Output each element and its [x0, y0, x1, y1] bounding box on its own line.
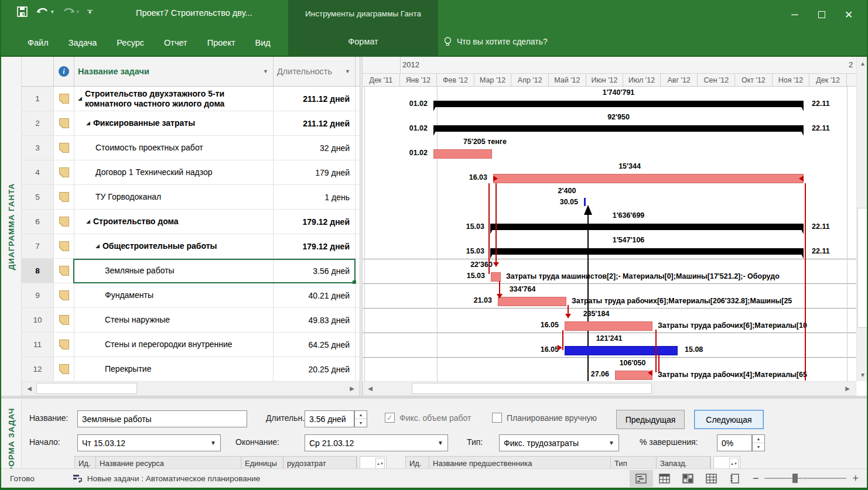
row-info-cell[interactable] — [54, 210, 74, 234]
month-cell[interactable]: Мар '12 — [474, 74, 512, 86]
month-cell[interactable]: Фев '12 — [437, 74, 474, 86]
redo-dropdown-icon[interactable]: ▾ — [77, 9, 80, 15]
task-name-cell[interactable]: Земляные работы — [74, 259, 274, 283]
view-resource-sheet-button[interactable] — [700, 470, 723, 487]
zoom-out-icon[interactable]: − — [753, 472, 759, 485]
next-button[interactable]: Следующая — [694, 410, 764, 429]
row-number[interactable]: 6 — [22, 210, 54, 234]
table-row[interactable]: 11Стены и перегородки внутренние64.25 дн… — [22, 333, 360, 357]
task-name-input[interactable] — [77, 410, 247, 427]
row-info-cell[interactable] — [54, 333, 74, 357]
task-duration-cell[interactable]: 20.25 дней — [274, 357, 356, 381]
task-name-cell[interactable]: Стоимость проектных работ — [74, 136, 274, 160]
task-name-cell[interactable]: ТУ Горводоканал — [74, 185, 274, 209]
row-info-cell[interactable] — [54, 136, 74, 160]
redo-button[interactable]: ▾ — [62, 6, 80, 18]
row-number[interactable]: 4 — [22, 160, 54, 184]
row-number[interactable]: 2 — [22, 111, 54, 135]
expand-icon[interactable]: ◢ — [78, 94, 82, 104]
chart-vscrollbar[interactable]: ▲ ▼ — [856, 57, 868, 381]
task-duration-cell[interactable]: 179.12 дней — [274, 210, 356, 234]
grid-column-header[interactable]: Ид. — [75, 457, 96, 468]
task-name-cell[interactable]: Перекрытие — [74, 357, 274, 381]
table-hscroll-thumb[interactable] — [36, 383, 137, 394]
month-cell[interactable]: Дек '11 — [363, 74, 400, 86]
task-duration-cell[interactable]: 49.83 дней — [274, 308, 356, 332]
name-column-header[interactable]: Название задачи ▼ — [74, 57, 274, 86]
fixed-work-checkbox[interactable]: ✓ — [385, 413, 395, 423]
row-number[interactable]: 8 — [22, 259, 54, 283]
scroll-up-icon[interactable]: ▲ — [857, 58, 868, 68]
tab-отчет[interactable]: Отчет — [154, 38, 197, 47]
task-bar[interactable] — [498, 297, 566, 306]
row-info-cell[interactable] — [54, 87, 74, 111]
row-info-cell[interactable] — [54, 357, 74, 381]
row-number[interactable]: 11 — [22, 333, 54, 357]
row-number[interactable]: 7 — [22, 234, 54, 258]
grid-column-header[interactable]: рудозатрат — [283, 457, 357, 468]
row-number[interactable]: 12 — [22, 357, 54, 381]
task-name-cell[interactable]: Стены и перегородки внутренние — [74, 333, 274, 357]
view-task-usage-button[interactable] — [653, 470, 676, 487]
manual-schedule-checkbox[interactable] — [492, 413, 502, 423]
month-cell[interactable]: Дек '12 — [809, 74, 847, 86]
grid-column-header[interactable]: Тип — [611, 457, 657, 468]
grid-column-header[interactable]: Название предшественника — [429, 457, 611, 468]
zoom-slider[interactable]: + — [764, 472, 846, 484]
task-type-combo[interactable]: Фикс. трудозатраты▼ — [499, 434, 619, 451]
task-duration-cell[interactable]: 1 день — [274, 185, 356, 209]
task-duration-cell[interactable]: 179.12 дней — [274, 234, 356, 258]
row-number[interactable]: 9 — [22, 283, 54, 307]
task-duration-cell[interactable]: 64.25 дней — [274, 333, 356, 357]
summary-bar[interactable] — [433, 101, 804, 107]
view-report-button[interactable] — [723, 470, 747, 487]
chart-hscrollbar[interactable]: ◀ ▶ — [363, 381, 856, 396]
grid-column-header[interactable]: Название ресурса — [96, 457, 241, 468]
scroll-down-icon[interactable]: ▼ — [857, 369, 868, 380]
maximize-button[interactable] — [808, 3, 835, 26]
undo-button[interactable]: ▾ — [36, 6, 54, 18]
task-bar[interactable] — [491, 272, 501, 282]
row-number[interactable]: 1 — [22, 87, 54, 111]
table-row[interactable]: 10Стены наружные49.83 дней — [22, 308, 360, 333]
task-bar[interactable] — [433, 149, 492, 159]
tab-проект[interactable]: Проект — [197, 38, 245, 47]
expand-icon[interactable]: ◢ — [86, 217, 90, 227]
grid-column-header[interactable]: Ид. — [406, 457, 429, 468]
task-name-cell[interactable]: ◢Строительство двухэтажного 5-ти комнатн… — [74, 87, 274, 111]
row-info-cell[interactable] — [54, 283, 74, 307]
customize-qat-icon[interactable]: ▾ — [87, 10, 93, 14]
row-info-cell[interactable] — [54, 234, 74, 258]
chart-scroll-right-icon[interactable]: ▶ — [842, 382, 853, 395]
summary-bar[interactable] — [490, 224, 804, 230]
task-bar[interactable] — [615, 371, 652, 380]
task-name-cell[interactable]: Фундаменты — [74, 283, 274, 307]
table-row[interactable]: 9Фундаменты40.21 дней — [22, 283, 360, 308]
tab-format[interactable]: Формат — [288, 37, 438, 46]
tab-ресурс[interactable]: Ресурс — [107, 38, 154, 47]
month-cell[interactable]: Июн '12 — [586, 74, 624, 86]
task-duration-cell[interactable]: 179 дней — [274, 160, 356, 184]
grid-column-header[interactable]: Единицы — [241, 457, 283, 468]
duration-spinner[interactable]: ▲▼ — [354, 410, 367, 427]
summary-bar[interactable] — [433, 125, 804, 132]
expand-icon[interactable]: ◢ — [86, 118, 90, 128]
scroll-left-icon[interactable]: ◀ — [23, 382, 35, 395]
duration-filter-icon[interactable]: ▼ — [345, 68, 350, 74]
month-cell[interactable]: Янв '12 — [400, 74, 438, 86]
undo-dropdown-icon[interactable]: ▾ — [51, 9, 54, 15]
row-info-cell[interactable] — [54, 259, 74, 283]
resource-grid-header[interactable]: Ид.Название ресурсаЕдиницырудозатрат — [74, 456, 357, 468]
task-name-cell[interactable]: ◢Строительство дома — [74, 210, 274, 234]
tell-me-box[interactable]: Что вы хотите сделать? — [443, 36, 548, 47]
task-bar[interactable] — [493, 174, 804, 183]
predecessor-grid-header[interactable]: Ид.Название предшественникаТипЗапазд. — [405, 456, 711, 468]
table-row[interactable]: 12Перекрытие20.25 дней — [22, 357, 360, 381]
view-team-planner-button[interactable] — [676, 470, 700, 487]
table-row[interactable]: 2◢Фиксированные затраты211.12 дней — [22, 111, 360, 136]
zoom-in-icon[interactable]: + — [852, 472, 859, 485]
month-cell[interactable]: Авг '12 — [661, 74, 698, 86]
gantt-canvas[interactable]: 1'740'79101.0222.1192'95001.0222.1175'20… — [363, 87, 856, 381]
percent-complete-input[interactable] — [717, 434, 752, 451]
previous-button[interactable]: Предыдущая — [616, 410, 685, 429]
